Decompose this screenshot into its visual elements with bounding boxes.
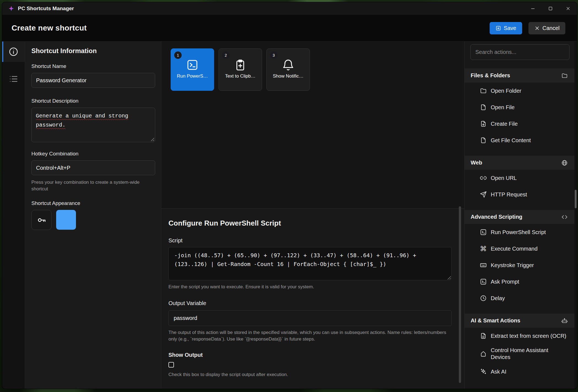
script-helper-text: Enter the script you want to execute. En… xyxy=(168,284,453,290)
titlebar: PC Shortcuts Manager xyxy=(2,2,577,15)
close-icon xyxy=(566,6,570,11)
action-card-run-powershell[interactable]: 1 Run PowerS… xyxy=(171,48,214,91)
save-button[interactable]: Save xyxy=(490,22,522,34)
script-textarea[interactable]: -join ((48..57) + (65..90) + (97..122) +… xyxy=(168,247,452,280)
cancel-button[interactable]: Cancel xyxy=(528,22,565,34)
action-item-http-request[interactable]: HTTP Request xyxy=(465,186,574,203)
action-sequence: 1 Run PowerS… 2 Text to Clipb… 3 xyxy=(161,42,464,91)
appearance-row xyxy=(31,210,155,230)
file-icon xyxy=(480,104,487,111)
section-title: Web xyxy=(471,160,482,166)
shortcut-description-textarea[interactable]: Generate a unique and strong password. xyxy=(31,108,155,142)
header-actions: Save Cancel xyxy=(490,22,565,34)
close-button[interactable] xyxy=(559,2,577,15)
action-item-create-file[interactable]: Create File xyxy=(465,116,574,132)
save-icon xyxy=(495,25,501,31)
show-output-helper-text: Check this box to display the script out… xyxy=(168,371,453,378)
section-header-ai-smart-actions[interactable]: AI & Smart Actions xyxy=(465,314,574,328)
workflow-panel: 1 Run PowerS… 2 Text to Clipb… 3 xyxy=(161,42,464,389)
section-title: Advanced Scripting xyxy=(471,214,522,220)
folder-icon xyxy=(561,72,568,79)
home-icon xyxy=(480,350,487,357)
close-icon xyxy=(534,25,540,31)
action-item-label: Ask Prompt xyxy=(491,279,519,285)
clipboard-plus-icon xyxy=(234,59,247,71)
globe-icon xyxy=(561,160,568,166)
command-icon: ⌘ xyxy=(480,245,487,252)
list-icon xyxy=(9,74,18,84)
description-text: Generate a unique and strong password. xyxy=(36,113,128,128)
script-field-wrap: -join ((48..57) + (65..90) + (97..122) +… xyxy=(168,247,452,280)
shortcut-name-input[interactable] xyxy=(31,73,155,88)
action-item-delay[interactable]: Delay xyxy=(465,290,574,306)
section-header-advanced-scripting[interactable]: Advanced Scripting xyxy=(465,210,574,224)
right-scrollbar-track[interactable] xyxy=(574,42,577,389)
action-card-label: Show Notific… xyxy=(273,73,303,79)
app-title: PC Shortcuts Manager xyxy=(18,6,74,12)
action-card-text-to-clipboard[interactable]: 2 Text to Clipb… xyxy=(219,48,262,91)
shortcut-icon-button[interactable] xyxy=(31,210,51,230)
file-plus-icon xyxy=(480,120,487,127)
action-item-label: HTTP Request xyxy=(491,191,527,198)
output-variable-helper-text: The output of this action will be stored… xyxy=(168,329,453,342)
robot-icon xyxy=(561,317,568,324)
action-card-show-notification[interactable]: 3 Show Notific… xyxy=(266,48,310,91)
shortcut-info-panel: Shortcut Information Shortcut Name Short… xyxy=(25,42,161,389)
shortcut-color-swatch[interactable] xyxy=(56,210,76,230)
action-card-label: Text to Clipb… xyxy=(225,73,256,79)
keyboard-icon xyxy=(480,262,487,269)
middle-scrollbar-thumb[interactable] xyxy=(459,206,461,383)
action-item-ask-ai[interactable]: Ask AI xyxy=(465,363,574,380)
action-item-open-folder[interactable]: Open Folder xyxy=(465,83,574,99)
action-item-label: Keystroke Trigger xyxy=(491,262,534,268)
minimize-button[interactable] xyxy=(524,2,542,15)
shortcut-description-label: Shortcut Description xyxy=(31,98,155,104)
resize-handle[interactable] xyxy=(151,138,154,141)
action-config-section: Configure Run PowerShell Script Script -… xyxy=(161,208,464,389)
output-variable-input[interactable] xyxy=(168,310,452,326)
action-item-open-file[interactable]: Open File xyxy=(465,99,574,116)
right-scrollbar-thumb[interactable] xyxy=(575,190,577,208)
terminal-icon xyxy=(480,278,487,285)
save-button-label: Save xyxy=(504,25,516,31)
folder-icon xyxy=(480,87,487,94)
step-badge: 3 xyxy=(270,51,277,59)
bell-icon xyxy=(282,59,295,71)
window-controls xyxy=(524,2,577,15)
step-badge: 2 xyxy=(222,51,230,59)
action-item-control-home-assistant[interactable]: Control Home Assistant Devices xyxy=(465,344,574,363)
key-icon xyxy=(37,215,47,225)
action-item-open-url[interactable]: Open URL xyxy=(465,170,574,186)
section-header-web[interactable]: Web xyxy=(465,156,574,170)
rail-tab-steps[interactable] xyxy=(2,69,25,89)
action-item-extract-text-ocr[interactable]: Extract text from screen (OCR) xyxy=(465,328,574,344)
hotkey-input[interactable] xyxy=(31,160,155,175)
search-input[interactable] xyxy=(470,44,569,60)
rail-tab-info[interactable] xyxy=(2,42,25,62)
actions-library-panel: Files & Folders Open Folder Open File Cr… xyxy=(464,42,574,389)
action-item-label: Get File Content xyxy=(491,137,531,144)
section-header-files-folders[interactable]: Files & Folders xyxy=(465,68,574,83)
clock-icon xyxy=(480,295,487,302)
terminal-icon xyxy=(186,59,199,71)
maximize-icon xyxy=(548,6,553,11)
action-item-get-file-content[interactable]: Get File Content xyxy=(465,132,574,149)
panel-heading: Shortcut Information xyxy=(31,46,155,55)
action-item-label: Create File xyxy=(491,121,518,127)
file-icon xyxy=(480,137,487,144)
page-header: Create new shortcut Save Cancel xyxy=(2,15,577,42)
shortcut-name-label: Shortcut Name xyxy=(31,63,155,70)
cancel-button-label: Cancel xyxy=(542,25,560,31)
minimize-icon xyxy=(531,6,535,11)
maximize-button[interactable] xyxy=(542,2,559,15)
action-item-execute-command[interactable]: ⌘ Execute Command xyxy=(465,240,574,257)
terminal-icon xyxy=(480,229,487,236)
section-title: AI & Smart Actions xyxy=(471,317,520,324)
file-text-icon xyxy=(480,332,487,339)
action-item-ask-prompt[interactable]: Ask Prompt xyxy=(465,273,574,290)
app-window: PC Shortcuts Manager Create new shortcut… xyxy=(2,2,577,389)
show-output-label: Show Output xyxy=(168,352,464,358)
show-output-checkbox[interactable] xyxy=(168,362,174,368)
action-item-keystroke-trigger[interactable]: Keystroke Trigger xyxy=(465,257,574,273)
action-item-run-powershell-script[interactable]: Run PowerShell Script xyxy=(465,224,574,240)
